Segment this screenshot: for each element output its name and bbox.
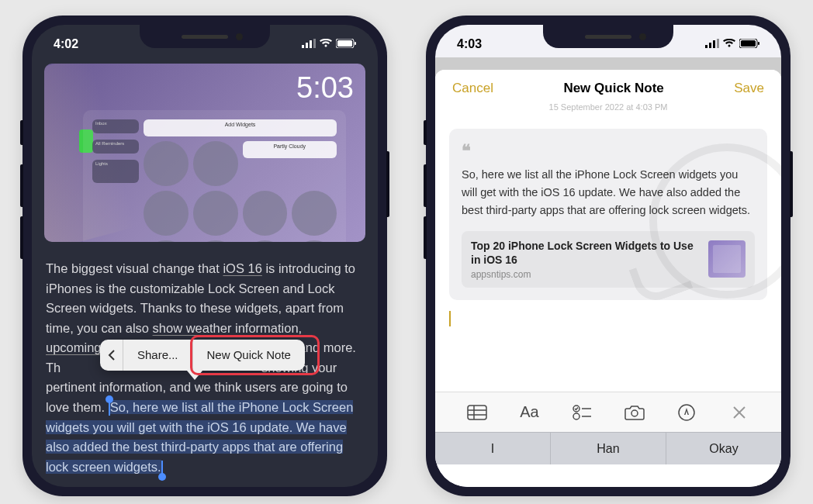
selection-handle-start[interactable] [109, 402, 110, 416]
article-body[interactable]: The biggest visual change that iOS 16 is… [32, 248, 378, 487]
screen-article: 4:02 5:03 Inbox All Reminders Lights Add… [32, 25, 378, 487]
widget-circle [144, 191, 189, 236]
link-ios16[interactable]: iOS 16 [223, 261, 261, 275]
widget-circle [193, 191, 238, 236]
phone-left: 4:02 5:03 Inbox All Reminders Lights Add… [22, 16, 387, 496]
svg-point-22 [631, 410, 638, 416]
markup-icon[interactable] [675, 401, 698, 424]
signal-icon [302, 37, 316, 51]
volume-down [424, 216, 427, 259]
widget-lights: Lights [92, 160, 139, 183]
hero-time: 5:03 [296, 71, 354, 105]
svg-rect-13 [758, 42, 759, 45]
svg-rect-5 [337, 40, 352, 47]
svg-rect-0 [302, 45, 304, 48]
suggestion-3[interactable]: Okay [666, 433, 781, 464]
widget-circle [243, 240, 288, 243]
wifi-icon [320, 37, 332, 51]
notch [543, 25, 673, 48]
volume-up [20, 164, 23, 207]
volume-up [424, 164, 427, 207]
save-button[interactable]: Save [734, 81, 764, 96]
checklist-icon[interactable] [570, 401, 593, 424]
svg-rect-14 [468, 406, 486, 419]
modal-title: New Quick Note [563, 81, 663, 96]
keyboard-suggestions: I Han Okay [435, 432, 781, 464]
notch [140, 25, 270, 48]
widget-add-widgets: Add Widgets [144, 119, 337, 136]
close-icon[interactable] [728, 401, 751, 424]
svg-rect-10 [717, 39, 719, 48]
svg-rect-8 [709, 43, 711, 48]
widget-circle [292, 191, 337, 236]
status-time: 4:02 [54, 37, 78, 51]
suggestion-1[interactable]: I [435, 433, 551, 464]
format-icon[interactable]: Aa [517, 401, 541, 424]
quote-card: ❝ So, here we list all the iPhone Lock S… [449, 129, 767, 300]
context-menu-share[interactable]: Share... [123, 340, 193, 371]
widget-circle [193, 141, 238, 186]
link-title: Top 20 iPhone Lock Screen Widgets to Use… [471, 239, 699, 268]
svg-rect-12 [741, 40, 756, 47]
link-weather[interactable]: show weather information [153, 321, 299, 335]
mute-switch [20, 120, 23, 145]
side-buttons-left [20, 120, 23, 268]
svg-rect-9 [713, 40, 715, 48]
screen-quick-note: 4:03 Cancel New Quick Note Save 15 Septe… [435, 25, 781, 487]
widget-circle [243, 191, 288, 236]
quote-icon: ❝ [462, 141, 755, 161]
modal-nav-bar: Cancel New Quick Note Save [435, 70, 781, 104]
wifi-icon [723, 37, 735, 51]
cancel-button[interactable]: Cancel [452, 81, 493, 96]
widget-circle [144, 141, 189, 186]
status-icons [302, 37, 356, 51]
side-buttons-left [424, 120, 427, 268]
svg-rect-6 [355, 42, 356, 45]
selection-handle-end[interactable] [161, 461, 163, 475]
quick-note-modal: Cancel New Quick Note Save 15 September … [435, 70, 781, 487]
link-preview[interactable]: Top 20 iPhone Lock Screen Widgets to Use… [462, 231, 755, 288]
note-date: 15 September 2022 at 4:03 PM [435, 102, 781, 116]
context-menu-back[interactable] [100, 340, 123, 371]
text-cursor [449, 311, 451, 326]
note-toolbar: Aa [435, 392, 781, 432]
battery-icon [336, 37, 356, 51]
svg-point-23 [679, 405, 694, 420]
widget-circle [292, 240, 337, 243]
power-button [790, 151, 793, 217]
mute-switch [424, 120, 427, 145]
svg-rect-2 [310, 40, 312, 48]
widget-inbox: Inbox [92, 119, 139, 133]
svg-rect-3 [313, 39, 316, 48]
widget-circle [144, 240, 189, 243]
article-hero-image: 5:03 Inbox All Reminders Lights Add Widg… [44, 64, 365, 242]
suggestion-2[interactable]: Han [551, 433, 666, 464]
status-time: 4:03 [457, 37, 482, 51]
note-editor[interactable]: ❝ So, here we list all the iPhone Lock S… [435, 116, 781, 392]
camera-icon[interactable] [623, 401, 646, 424]
link-thumbnail [708, 240, 746, 278]
link-upcoming[interactable]: upcoming [46, 340, 102, 354]
phone-right: 4:03 Cancel New Quick Note Save 15 Septe… [426, 16, 791, 496]
table-icon[interactable] [465, 401, 489, 424]
svg-point-20 [573, 413, 579, 419]
volume-down [20, 216, 23, 259]
power-button [386, 151, 389, 217]
svg-rect-7 [705, 45, 707, 48]
signal-icon [705, 37, 719, 51]
widget-reminders: All Reminders [92, 140, 139, 154]
widget-circle [193, 240, 238, 243]
link-domain: appsntips.com [471, 269, 699, 280]
quote-text: So, here we list all the iPhone Lock Scr… [462, 166, 755, 220]
status-icons [705, 37, 759, 51]
battery-icon [739, 37, 759, 51]
highlight-annotation [190, 335, 320, 375]
widget-weather: Partly Cloudy [243, 141, 337, 158]
svg-rect-1 [306, 43, 308, 48]
